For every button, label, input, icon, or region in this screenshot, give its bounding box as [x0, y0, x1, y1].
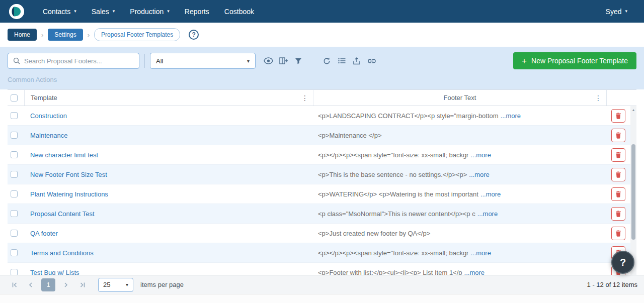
page-size-dropdown[interactable]: 25 ▾	[98, 278, 133, 292]
column-menu-icon[interactable]: ⋮	[297, 94, 313, 102]
nav-sales[interactable]: Sales ▾	[84, 0, 123, 23]
row-checkbox[interactable]	[11, 249, 18, 256]
action-cell	[606, 109, 630, 123]
row-checkbox-cell	[8, 190, 24, 197]
template-cell: Plant Watering Instructions	[24, 190, 313, 198]
footer-text-cell: <p>Maintenance </p>	[313, 132, 606, 139]
trash-icon	[615, 152, 621, 158]
search-icon	[13, 57, 20, 64]
nav-label: Reports	[185, 8, 209, 16]
row-checkbox[interactable]	[11, 210, 18, 217]
add-column-button[interactable]	[277, 54, 290, 67]
template-link[interactable]: Test Bug w/ Lists	[30, 269, 79, 275]
breadcrumb-separator-icon: ›	[88, 31, 90, 39]
row-checkbox[interactable]	[11, 190, 18, 197]
template-column-header: Template ⋮	[24, 90, 313, 106]
delete-button[interactable]	[611, 227, 625, 240]
refresh-button[interactable]	[320, 54, 333, 67]
link-button[interactable]	[365, 54, 378, 67]
delete-button[interactable]	[611, 187, 625, 201]
breadcrumb-home[interactable]: Home	[8, 29, 37, 41]
top-navbar: Contacts ▾ Sales ▾ Production ▾ Reports …	[0, 0, 644, 23]
list-view-button[interactable]	[335, 54, 348, 67]
delete-button[interactable]	[611, 168, 625, 181]
new-proposal-footer-template-button[interactable]: + New Proposal Footer Template	[513, 52, 636, 69]
more-link[interactable]: ...more	[469, 171, 489, 178]
more-link[interactable]: ...more	[470, 151, 491, 159]
chevron-down-icon: ▾	[113, 9, 115, 14]
footer-text: <p>This is the base sentence - no settin…	[318, 171, 467, 178]
template-link[interactable]: New character limit test	[30, 151, 98, 159]
delete-button[interactable]	[611, 207, 625, 221]
page-number-button[interactable]: 1	[41, 278, 55, 291]
eye-icon	[264, 57, 273, 64]
footer-text-cell: <p>Just created new footer by QA</p>	[313, 230, 606, 237]
column-menu-icon[interactable]: ⋮	[590, 94, 606, 102]
template-link[interactable]: Plant Watering Instructions	[30, 190, 108, 198]
action-cell	[606, 227, 630, 240]
chevron-down-icon: ▾	[247, 58, 250, 64]
nav-costbook[interactable]: Costbook	[217, 0, 262, 23]
view-columns-button[interactable]	[262, 54, 275, 67]
scroll-up-icon[interactable]: ▲	[630, 106, 636, 112]
table-row: Terms and Conditions <p></p><p><span sty…	[8, 243, 636, 263]
last-page-button[interactable]	[75, 278, 89, 291]
template-link[interactable]: New Footer Font Size Test	[30, 171, 107, 178]
help-fab-button[interactable]: ?	[611, 251, 634, 274]
help-icon[interactable]: ?	[189, 30, 199, 40]
template-link[interactable]: Maintenance	[30, 132, 67, 139]
template-link[interactable]: QA footer	[30, 230, 58, 237]
items-range-label: 1 - 12 of 12 items	[587, 281, 637, 288]
trash-icon	[615, 132, 621, 139]
footer-text: <p>WATERING</p> <p>Watering is the most …	[318, 190, 478, 198]
template-cell: New character limit test	[24, 151, 313, 159]
row-checkbox[interactable]	[11, 151, 18, 158]
more-link[interactable]: ...more	[501, 112, 521, 120]
row-checkbox[interactable]	[11, 112, 18, 119]
more-link[interactable]: ...more	[464, 269, 485, 275]
brand-logo[interactable]	[9, 4, 24, 19]
filter-dropdown[interactable]: All ▾	[150, 53, 256, 69]
filter-button[interactable]	[292, 54, 305, 67]
row-checkbox[interactable]	[11, 132, 18, 139]
more-link[interactable]: ...more	[480, 190, 501, 198]
user-menu[interactable]: Syed ▾	[598, 0, 635, 23]
nav-production[interactable]: Production ▾	[122, 0, 177, 23]
nav-label: Costbook	[224, 8, 254, 16]
horizontal-scrollbar-track[interactable]	[0, 294, 644, 303]
template-link[interactable]: Terms and Conditions	[30, 249, 94, 257]
next-page-button[interactable]	[59, 278, 72, 291]
link-icon	[368, 59, 376, 63]
table-row: New Footer Font Size Test <p>This is the…	[8, 165, 636, 184]
table-row: Maintenance <p>Maintenance </p>	[8, 126, 636, 145]
plus-icon: +	[522, 57, 527, 65]
first-page-button[interactable]	[8, 278, 21, 291]
delete-button[interactable]	[611, 129, 625, 142]
more-link[interactable]: ...more	[477, 210, 498, 218]
footer-text: <p>Just created new footer by QA</p>	[318, 230, 430, 237]
template-link[interactable]: Proposal Content Test	[30, 210, 95, 218]
delete-button[interactable]	[611, 109, 625, 123]
table-row: QA footer <p>Just created new footer by …	[8, 224, 636, 243]
footer-text: <p></p><p><span style="font-size: xx-sma…	[318, 249, 468, 257]
export-button[interactable]	[350, 54, 363, 67]
more-link[interactable]: ...more	[470, 249, 491, 257]
template-link[interactable]: Construction	[30, 112, 67, 120]
search-input[interactable]	[24, 57, 134, 65]
row-checkbox[interactable]	[11, 171, 18, 178]
row-checkbox[interactable]	[11, 269, 18, 275]
breadcrumb-settings[interactable]: Settings	[48, 29, 83, 41]
chevron-down-icon: ▾	[625, 9, 627, 14]
nav-contacts[interactable]: Contacts ▾	[35, 0, 84, 23]
toolbar: All ▾ + New Proposal Footer Template	[8, 52, 636, 69]
scrollbar-thumb[interactable]	[631, 144, 635, 240]
nav-reports[interactable]: Reports	[177, 0, 217, 23]
select-all-checkbox[interactable]	[11, 94, 18, 102]
template-cell: Terms and Conditions	[24, 249, 313, 257]
footer-text: <p class="MsoNormal">This is newer conte…	[318, 210, 475, 218]
table-scrollbar[interactable]: ▲	[630, 106, 636, 275]
row-checkbox[interactable]	[11, 230, 18, 237]
common-actions-link[interactable]: Common Actions	[8, 76, 57, 83]
delete-button[interactable]	[611, 148, 625, 162]
prev-page-button[interactable]	[24, 278, 37, 291]
